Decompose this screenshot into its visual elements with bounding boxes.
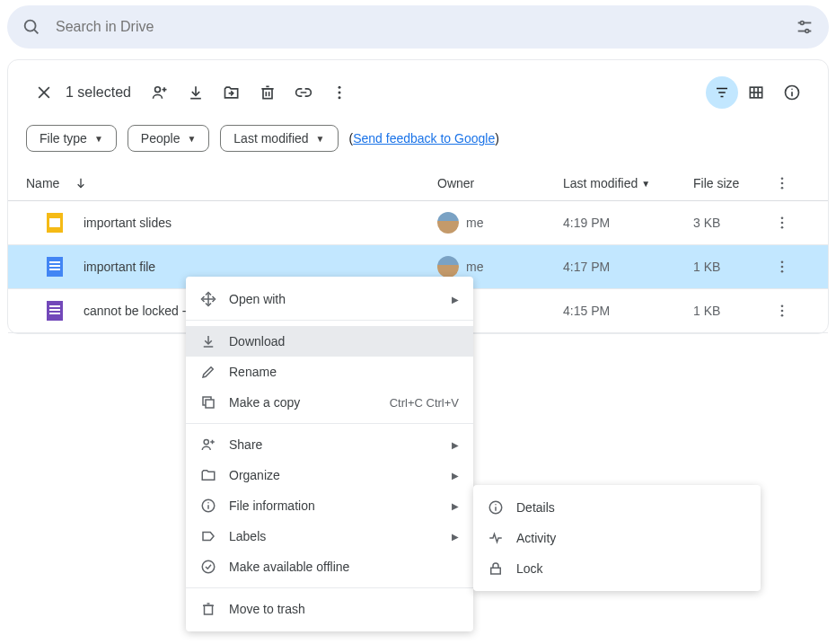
svg-point-33 (781, 177, 784, 180)
chip-modified-label: Last modified (233, 131, 308, 146)
file-owner: me (466, 216, 483, 230)
chip-modified[interactable]: Last modified▼ (220, 125, 338, 152)
svg-point-36 (781, 216, 784, 219)
svg-point-21 (338, 96, 340, 99)
chevron-right-icon: ▶ (452, 295, 459, 304)
chip-filetype-label: File type (40, 131, 87, 146)
move-icon[interactable] (214, 75, 250, 110)
feedback-link[interactable]: Send feedback to Google (353, 131, 495, 146)
col-menu[interactable] (774, 175, 810, 191)
col-size[interactable]: File size (693, 176, 774, 190)
share-icon[interactable] (142, 75, 178, 110)
file-size: 3 KB (693, 216, 774, 230)
context-menu: Open with ▶ Download Rename Make a copy … (186, 277, 473, 334)
download-icon[interactable] (178, 75, 214, 110)
filter-toggle-icon[interactable] (706, 76, 738, 109)
file-owner: me (466, 260, 483, 274)
menu-download[interactable]: Download (186, 326, 473, 334)
row-menu-icon[interactable] (774, 303, 810, 319)
separator (186, 320, 473, 321)
svg-point-8 (155, 87, 161, 93)
selection-count: 1 selected (66, 84, 131, 101)
chip-filetype[interactable]: File type▼ (26, 125, 117, 152)
search-bar[interactable] (7, 5, 829, 49)
chevron-down-icon: ▼ (187, 134, 196, 144)
search-input[interactable] (56, 19, 795, 35)
delete-icon[interactable] (250, 75, 286, 110)
svg-point-38 (781, 226, 784, 229)
close-icon[interactable] (26, 75, 62, 110)
menu-open-with[interactable]: Open with ▶ (186, 284, 473, 314)
file-modified: 4:15 PM (563, 304, 693, 318)
search-icon (22, 17, 41, 37)
avatar (437, 256, 459, 278)
svg-rect-14 (263, 89, 272, 99)
svg-point-44 (781, 314, 784, 317)
row-menu-icon[interactable] (774, 215, 810, 231)
slides-icon (44, 212, 66, 234)
file-modified: 4:19 PM (563, 216, 693, 230)
svg-point-31 (791, 88, 793, 90)
file-name: important slides (84, 216, 437, 230)
download-icon (200, 333, 229, 334)
svg-point-5 (805, 30, 809, 33)
search-options-icon[interactable] (795, 17, 814, 37)
svg-point-0 (25, 21, 36, 31)
file-size: 1 KB (693, 260, 774, 274)
svg-point-41 (781, 270, 784, 273)
more-icon[interactable] (321, 75, 357, 110)
table-row[interactable]: important slides me 4:19 PM 3 KB (8, 201, 828, 245)
col-name[interactable]: Name (26, 176, 437, 190)
col-modified[interactable]: Last modified▼ (563, 176, 693, 190)
arrow-down-icon (74, 176, 88, 190)
file-name: important file (84, 260, 437, 274)
link-icon[interactable] (286, 75, 321, 110)
row-menu-icon[interactable] (774, 259, 810, 275)
svg-line-1 (34, 30, 38, 33)
svg-point-4 (800, 22, 804, 25)
docs-icon (44, 256, 66, 278)
chip-people-label: People (141, 131, 180, 146)
svg-point-19 (338, 86, 340, 89)
grid-view-icon[interactable] (738, 75, 774, 110)
svg-point-34 (781, 182, 784, 185)
avatar (437, 212, 459, 234)
svg-point-20 (338, 92, 340, 94)
svg-point-42 (781, 304, 784, 307)
chevron-down-icon: ▼ (641, 179, 650, 189)
selection-toolbar: 1 selected (8, 67, 828, 118)
feedback-text: (Send feedback to Google) (349, 131, 499, 146)
menu-label: Open with (229, 292, 452, 306)
svg-point-37 (781, 222, 784, 225)
col-owner[interactable]: Owner (437, 176, 563, 190)
svg-point-35 (781, 187, 784, 190)
file-modified: 4:17 PM (563, 260, 693, 274)
table-header: Name Owner Last modified▼ File size (8, 166, 828, 201)
open-with-icon (200, 291, 229, 307)
filter-chips: File type▼ People▼ Last modified▼ (Send … (8, 118, 828, 166)
svg-point-43 (781, 310, 784, 313)
svg-point-39 (781, 260, 784, 263)
chip-people[interactable]: People▼ (128, 125, 210, 152)
svg-point-40 (781, 266, 784, 269)
file-size: 1 KB (693, 304, 774, 318)
chevron-down-icon: ▼ (316, 134, 325, 144)
forms-icon (44, 300, 66, 322)
chevron-down-icon: ▼ (94, 134, 103, 144)
info-icon[interactable] (774, 75, 810, 110)
